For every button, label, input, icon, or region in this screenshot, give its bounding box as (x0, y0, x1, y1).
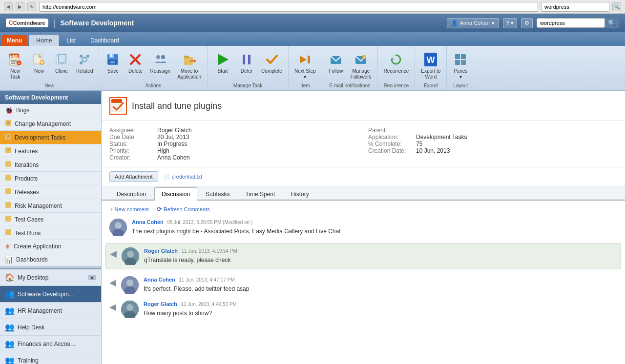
ribbon-export-buttons: W Export toWord (418, 48, 443, 82)
complete-value: 75 (416, 141, 422, 147)
new-comment-plus-icon: + (109, 205, 113, 213)
back-button[interactable]: ◀ (4, 2, 13, 11)
svg-rect-31 (184, 56, 189, 58)
workspace-item-my-desktop[interactable]: 🏠 My Desktop ▶ (0, 269, 101, 286)
workspace-item-hr-management[interactable]: 👥 HR Management (0, 303, 101, 319)
manage-followers-button[interactable]: + ManageFollowers (348, 50, 375, 82)
attachment-file-link[interactable]: 📄 credential.txt (163, 174, 202, 180)
sidebar-item-releases[interactable]: Releases (0, 185, 101, 199)
svg-rect-38 (308, 56, 310, 63)
field-row-priority: Priority: High (109, 147, 358, 154)
tab-home[interactable]: Home (29, 35, 59, 46)
complete-button[interactable]: Complete (258, 50, 285, 76)
panes-button[interactable]: Panes▾ (450, 50, 471, 82)
field-row-application: Application: Development Tasks (368, 134, 617, 141)
recurrence-button[interactable]: Recurrence (381, 50, 412, 76)
sidebar-item-create-application[interactable]: ✳ Create Application (0, 240, 101, 253)
task-fields-left: Assignee: Roger Glatch Due Date: 20 Jul,… (109, 127, 358, 161)
delete-button[interactable]: Delete (125, 50, 146, 76)
browser-search-input[interactable] (541, 2, 609, 12)
sidebar-item-features[interactable]: Features (0, 144, 101, 158)
new-task-label: NewTask (10, 68, 21, 80)
sidebar-item-iterations[interactable]: Iterations (0, 158, 101, 172)
new-button[interactable]: ✳ New (28, 50, 50, 76)
tab-subtasks[interactable]: Subtasks (198, 187, 237, 201)
tab-description[interactable]: Description (109, 187, 153, 201)
browser-search-button[interactable]: 🔍 (612, 2, 621, 11)
due-date-value: 20 Jul, 2013 (157, 134, 189, 141)
assignee-value: Roger Glatch (157, 127, 192, 134)
new-task-button[interactable]: NEW + NewTask (3, 50, 27, 82)
move-to-app-button[interactable]: Move toApplication (174, 50, 204, 82)
workspace-item-finances[interactable]: 👥 Finances and Accou... (0, 336, 101, 352)
sidebar-section-title: Software Development (0, 91, 101, 104)
sidebar-item-risk-management[interactable]: Risk Management (0, 199, 101, 213)
my-desktop-label: My Desktop (18, 274, 48, 281)
defer-button[interactable]: Defer (236, 50, 257, 76)
help-button[interactable]: ? ▾ (503, 18, 517, 28)
software-dev-icon: 👥 (5, 289, 15, 299)
commenter-roger-2[interactable]: Roger Glatch (144, 248, 178, 254)
svg-point-75 (126, 280, 133, 286)
sidebar-products-label: Products (15, 175, 38, 182)
refresh-button[interactable]: ↻ (27, 2, 36, 11)
forward-button[interactable]: ▶ (16, 2, 24, 11)
settings-button[interactable]: ⚙ (521, 18, 533, 28)
header-search-input[interactable] (537, 18, 605, 28)
tab-history[interactable]: History (283, 187, 316, 201)
user-button[interactable]: 👤 Anna Cohen ▾ (447, 18, 499, 28)
workspace-item-training[interactable]: 👥 Training (0, 352, 101, 364)
sidebar-development-tasks-label: Development Tasks (15, 134, 66, 141)
commenter-roger-4[interactable]: Roger Glatch (144, 301, 177, 307)
svg-rect-60 (5, 161, 11, 167)
start-button[interactable]: Start (210, 50, 235, 76)
tab-discussion[interactable]: Discussion (154, 187, 197, 201)
commenter-anna-3[interactable]: Anna Cohen (144, 277, 175, 283)
refresh-comments-link[interactable]: ⟳ Refresh Comments (157, 205, 210, 213)
svg-rect-35 (243, 55, 245, 64)
next-step-button[interactable]: Next Step▾ (292, 50, 319, 82)
sidebar-item-development-tasks[interactable]: Development Tasks (0, 131, 101, 144)
panes-icon (453, 52, 468, 67)
ribbon-group-item: Next Step▾ Item (289, 46, 322, 90)
sidebar-item-dashboards[interactable]: 📊 Dashboards (0, 253, 101, 266)
ribbon-group-layout: Panes▾ Layout (447, 46, 474, 90)
new-comment-link[interactable]: + New comment (109, 205, 149, 213)
header-search-button[interactable]: 🔍 (605, 18, 619, 28)
sidebar: Software Development 🐞 Bugs Change Manag… (0, 91, 102, 364)
sidebar-item-products[interactable]: Products (0, 172, 101, 185)
svg-text:✳: ✳ (40, 60, 44, 65)
clone-button[interactable]: Clone (51, 50, 72, 76)
export-word-button[interactable]: W Export toWord (418, 50, 443, 82)
hr-management-label: HR Management (18, 307, 62, 314)
manage-followers-label: ManageFollowers (351, 68, 372, 80)
sidebar-item-test-runs[interactable]: Test Runs (0, 226, 101, 240)
creation-date-value: 10 Jun, 2013 (416, 147, 450, 154)
sidebar-item-change-management[interactable]: Change Management (0, 117, 101, 131)
related-button[interactable]: Related (73, 50, 96, 76)
workspace-item-software-development[interactable]: 👥 Software Developm... (0, 286, 101, 303)
tab-time-spent[interactable]: Time Spent (238, 187, 282, 201)
complete-label: Complete (261, 68, 282, 74)
save-button[interactable]: Save (102, 50, 124, 76)
sidebar-item-bugs[interactable]: 🐞 Bugs (0, 104, 101, 117)
comment-body-2: Roger Glatch 11 Jun, 2013, 4:19:54 PM qT… (144, 247, 617, 265)
workspace-item-help-desk[interactable]: 👥 Help Desk (0, 319, 101, 336)
task-fields-right: Parent: Application: Development Tasks %… (368, 127, 617, 161)
refresh-icon: ⟳ (157, 205, 162, 213)
tab-dashboard[interactable]: Dashboard (83, 35, 126, 46)
follow-button[interactable]: Follow (325, 50, 347, 76)
software-dev-label: Software Developm... (18, 291, 74, 298)
url-bar[interactable] (39, 2, 538, 12)
menu-button[interactable]: Menu (2, 35, 27, 46)
content-area: Install and tune plugins Assignee: Roger… (102, 91, 625, 364)
avatar-anna-1 (109, 219, 127, 236)
add-attachment-button[interactable]: Add Attachment (109, 171, 158, 182)
reassign-button[interactable]: Reassign (147, 50, 173, 76)
svg-text:W: W (427, 55, 435, 65)
sidebar-item-test-cases[interactable]: Test Cases (0, 213, 101, 226)
tab-list[interactable]: List (59, 35, 83, 46)
follow-icon (328, 52, 344, 67)
commenter-anna-1[interactable]: Anna Cohen (132, 219, 164, 225)
releases-icon (5, 188, 12, 196)
